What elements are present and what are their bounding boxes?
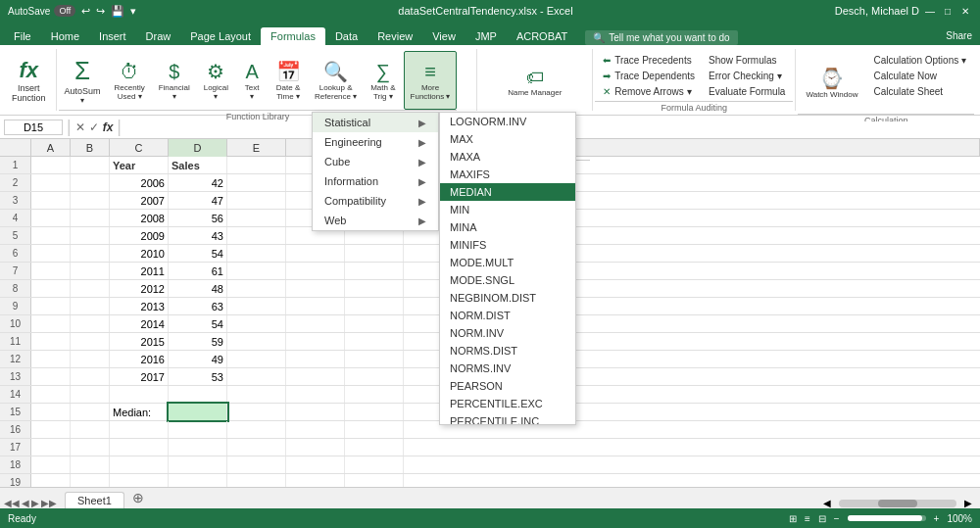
- zoom-slider[interactable]: [848, 515, 926, 521]
- save-icon[interactable]: 💾: [111, 5, 124, 18]
- col-header-e[interactable]: E: [227, 139, 286, 157]
- tab-acrobat[interactable]: ACROBAT: [507, 27, 577, 45]
- col-header-d[interactable]: D: [169, 139, 227, 157]
- formula-bar-divider2: |: [117, 117, 122, 137]
- close-btn[interactable]: ✕: [958, 4, 972, 18]
- minimize-btn[interactable]: —: [923, 4, 937, 18]
- logical-btn[interactable]: ⚙ Logical▾: [198, 51, 234, 110]
- tab-home[interactable]: Home: [41, 27, 89, 45]
- tab-file[interactable]: File: [4, 27, 41, 45]
- trace-precedents-btn[interactable]: ⬅ Trace Precedents: [597, 53, 701, 68]
- tab-data[interactable]: Data: [325, 27, 368, 45]
- text-btn[interactable]: A Text▾: [236, 51, 268, 110]
- calc-now-btn[interactable]: Calculate Now: [868, 69, 973, 83]
- tab-draw[interactable]: Draw: [136, 27, 181, 45]
- table-row: 12 2016 49: [0, 351, 980, 368]
- calc-now-label: Calculate Now: [874, 71, 937, 81]
- trace-dependents-btn[interactable]: ➡ Trace Dependents: [597, 69, 701, 83]
- maximize-btn[interactable]: □: [941, 4, 955, 18]
- tab-jmp[interactable]: JMP: [466, 27, 507, 45]
- horizontal-scrollbar[interactable]: [839, 500, 956, 507]
- col-header-rest: [404, 139, 980, 156]
- median-cell[interactable]: [169, 404, 227, 420]
- formula-divider: |: [67, 117, 72, 137]
- cell-f1[interactable]: [286, 157, 345, 173]
- cell-b1[interactable]: [71, 157, 110, 173]
- watch-window-btn[interactable]: ⌚ Watch Window: [800, 53, 863, 112]
- ribbon-tabs: File Home Insert Draw Page Layout Formul…: [0, 22, 980, 45]
- math-btn[interactable]: ∑ Math &Trig ▾: [365, 51, 401, 110]
- fx-formula-icon[interactable]: fx: [103, 120, 114, 134]
- confirm-icon[interactable]: ✓: [89, 120, 99, 134]
- page-break-view-btn[interactable]: ⊟: [818, 513, 826, 524]
- autosave-toggle[interactable]: Off: [54, 5, 75, 17]
- page-layout-view-btn[interactable]: ≡: [805, 513, 810, 524]
- col-header-c[interactable]: C: [110, 139, 169, 157]
- tab-view[interactable]: View: [422, 27, 466, 45]
- more-functions-btn[interactable]: ≡ MoreFunctions ▾: [404, 51, 458, 110]
- zoom-out-btn[interactable]: −: [834, 513, 840, 524]
- calc-options-btn[interactable]: Calculation Options ▾: [868, 53, 973, 68]
- zoom-in-btn[interactable]: +: [934, 513, 940, 524]
- scroll-left-btn[interactable]: ◀: [823, 498, 831, 508]
- scroll-right-btn[interactable]: ▶: [964, 498, 972, 508]
- table-row: 17: [0, 439, 980, 456]
- tab-insert[interactable]: Insert: [89, 27, 136, 45]
- col-header-a[interactable]: A: [31, 139, 71, 157]
- ribbon: fx InsertFunction Σ AutoSum ▾ ⏱ Recently…: [0, 45, 980, 116]
- share-btn[interactable]: Share: [938, 26, 980, 45]
- formula-input[interactable]: [125, 121, 976, 133]
- undo-icon[interactable]: ↩: [81, 5, 90, 18]
- sheet-tab-sheet1[interactable]: Sheet1: [65, 492, 124, 508]
- autosum-arrow: ▾: [80, 96, 84, 105]
- fx-icon: fx: [19, 58, 38, 83]
- recently-label: RecentlyUsed ▾: [115, 83, 145, 101]
- lookup-btn[interactable]: 🔍 Lookup &Reference ▾: [309, 51, 363, 110]
- cell-g1[interactable]: [345, 157, 404, 173]
- table-row: 5 2009 43: [0, 227, 980, 245]
- name-manager-btn[interactable]: 🏷 Name Manager: [481, 53, 588, 112]
- autosum-label: AutoSum: [65, 86, 101, 96]
- cell-d1[interactable]: Sales: [169, 157, 227, 173]
- col-header-g[interactable]: G: [345, 139, 404, 157]
- evaluate-formula-btn[interactable]: Evaluate Formula: [703, 84, 791, 99]
- title-bar: AutoSave Off ↩ ↪ 💾 ▾ dataSetCentralTende…: [0, 0, 980, 22]
- financial-btn[interactable]: $ Financial▾: [153, 51, 196, 110]
- trace-prec-icon: ⬅: [603, 55, 611, 66]
- table-row: 11 2015 59: [0, 333, 980, 351]
- normal-view-btn[interactable]: ⊞: [789, 513, 797, 524]
- tab-page-layout[interactable]: Page Layout: [180, 27, 261, 45]
- name-box[interactable]: [4, 120, 63, 135]
- sheet-next-btn[interactable]: ▶: [31, 498, 39, 508]
- title-bar-right: Desch, Michael D — □ ✕: [835, 4, 972, 18]
- recently-used-btn[interactable]: ⏱ RecentlyUsed ▾: [109, 51, 151, 110]
- sheet-prev-btn[interactable]: ◀◀: [4, 498, 20, 508]
- cancel-icon[interactable]: ✕: [75, 120, 85, 134]
- scrollbar-thumb[interactable]: [878, 500, 917, 507]
- error-checking-btn[interactable]: Error Checking ▾: [703, 69, 791, 83]
- add-sheet-btn[interactable]: ⊕: [124, 489, 152, 506]
- show-formulas-btn[interactable]: Show Formulas: [703, 53, 791, 68]
- search-box[interactable]: 🔍 Tell me what you want to do: [585, 30, 737, 45]
- ribbon-group-func-lib: Σ AutoSum ▾ ⏱ RecentlyUsed ▾ $ Financial…: [57, 49, 478, 111]
- tab-review[interactable]: Review: [368, 27, 422, 45]
- col-header-f[interactable]: F: [286, 139, 345, 157]
- autosum-btn[interactable]: Σ AutoSum ▾: [59, 51, 107, 110]
- datetime-btn[interactable]: 📅 Date &Time ▾: [270, 51, 307, 110]
- redo-icon[interactable]: ↪: [96, 5, 105, 18]
- calc-sheet-btn[interactable]: Calculate Sheet: [868, 84, 973, 99]
- remove-arrows-btn[interactable]: ✕ Remove Arrows ▾: [597, 84, 701, 99]
- user-name: Desch, Michael D: [835, 5, 919, 17]
- table-row: 3 2007 47: [0, 192, 980, 210]
- insert-function-btn[interactable]: fx InsertFunction: [6, 51, 52, 110]
- sheet-next2-btn[interactable]: ▶▶: [41, 498, 57, 508]
- cell-a1[interactable]: [31, 157, 71, 173]
- cell-e1[interactable]: [227, 157, 286, 173]
- cell-c1[interactable]: Year: [110, 157, 169, 173]
- eval-form-label: Evaluate Formula: [709, 86, 785, 97]
- col-header-b[interactable]: B: [71, 139, 110, 157]
- table-row: 10 2014 54: [0, 315, 980, 333]
- sheet-nav-arrows: ◀◀ ◀ ▶ ▶▶: [4, 498, 57, 508]
- tab-formulas[interactable]: Formulas: [261, 27, 325, 45]
- sheet-prev2-btn[interactable]: ◀: [22, 498, 29, 508]
